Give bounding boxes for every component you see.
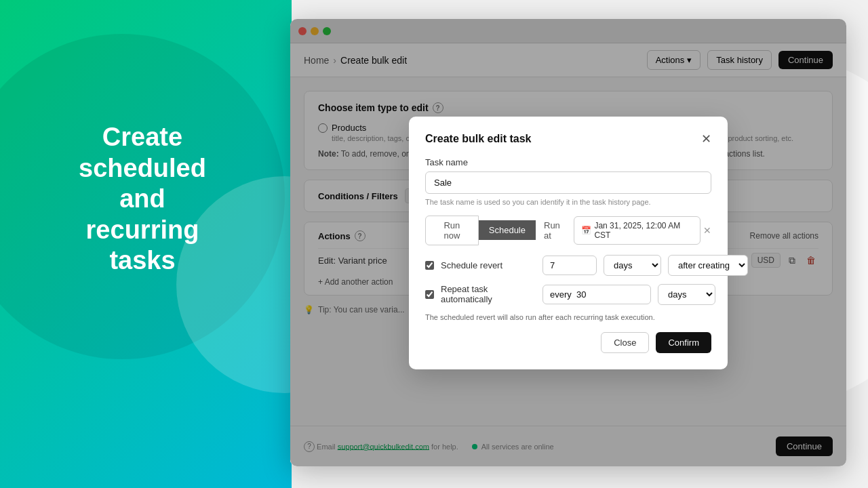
modal-overlay: Create bulk edit task ✕ Task name The ta… xyxy=(290,19,846,466)
confirm-modal-button[interactable]: Confirm xyxy=(656,332,711,353)
task-name-label: Task name xyxy=(425,157,711,167)
schedule-revert-checkbox[interactable] xyxy=(425,260,434,270)
app-window: Home › Create bulk edit Actions ▾ Task h… xyxy=(290,19,846,466)
repeat-task-label: Repeat task automatically xyxy=(441,284,536,304)
schedule-revert-value-input[interactable] xyxy=(542,256,597,275)
run-at-field[interactable]: 📅 Jan 31, 2025, 12:00 AM CST xyxy=(574,216,701,245)
repeat-task-checkbox[interactable] xyxy=(425,289,434,300)
repeat-task-row: Repeat task automatically days weeks mon… xyxy=(425,284,711,305)
modal-dialog: Create bulk edit task ✕ Task name The ta… xyxy=(409,117,728,369)
schedule-revert-row: Schedule revert days weeks months after … xyxy=(425,255,711,276)
repeat-note: The scheduled revert will also run after… xyxy=(425,313,711,321)
repeat-days-select[interactable]: days weeks months xyxy=(658,284,715,305)
run-now-tab[interactable]: Run now xyxy=(425,216,479,245)
task-name-hint: The task name is used so you can identif… xyxy=(425,198,711,206)
schedule-tab[interactable]: Schedule xyxy=(479,220,536,240)
task-name-input[interactable] xyxy=(425,171,711,194)
run-at-clear-button[interactable]: ✕ xyxy=(703,225,711,236)
modal-close-button[interactable]: ✕ xyxy=(701,133,711,145)
modal-header: Create bulk edit task ✕ xyxy=(425,133,711,145)
schedule-revert-label: Schedule revert xyxy=(441,260,536,270)
close-modal-button[interactable]: Close xyxy=(601,332,649,353)
run-at-label: Run at xyxy=(544,220,568,241)
modal-footer: Close Confirm xyxy=(425,332,711,353)
schedule-revert-days-select[interactable]: days weeks months xyxy=(604,255,661,276)
run-tabs: Run now Schedule Run at 📅 Jan 31, 2025, … xyxy=(425,216,711,245)
repeat-value-input[interactable] xyxy=(542,285,651,304)
hero-text: Create scheduled and recurring tasks xyxy=(41,122,244,277)
schedule-revert-after-select[interactable]: after creating after running xyxy=(668,255,748,276)
modal-title: Create bulk edit task xyxy=(425,133,532,145)
calendar-icon: 📅 xyxy=(581,226,591,235)
